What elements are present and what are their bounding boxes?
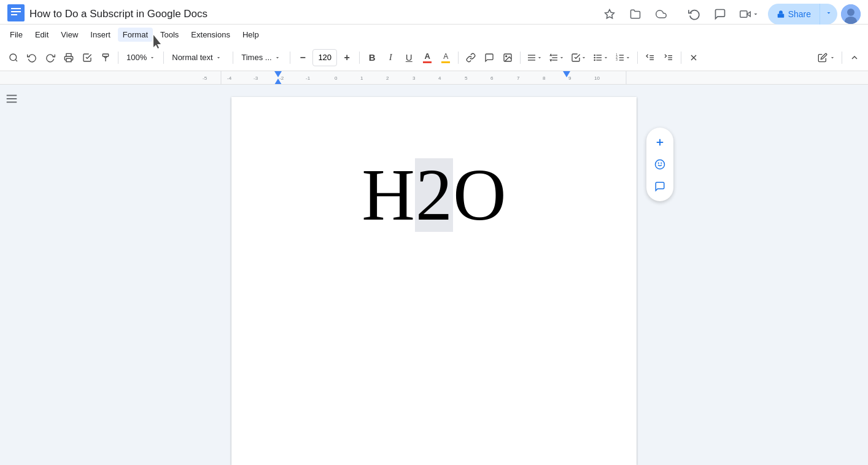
text-style-select[interactable]: Normal text (168, 49, 229, 66)
spellcheck-button[interactable] (79, 49, 96, 66)
svg-point-26 (594, 59, 596, 61)
doc-title[interactable]: How to Do a Subscript in Google Docs (29, 8, 592, 20)
svg-rect-1 (11, 8, 21, 9)
separator-8 (637, 52, 638, 64)
separator-7 (520, 52, 521, 64)
paint-format-button[interactable] (97, 49, 114, 66)
menu-file[interactable]: File (5, 28, 28, 42)
clear-formatting-button[interactable] (685, 49, 702, 66)
svg-rect-2 (11, 11, 21, 12)
indent-more-button[interactable] (660, 49, 677, 66)
svg-rect-0 (7, 4, 25, 21)
text-color-button[interactable]: A (419, 49, 436, 66)
comment-side-button[interactable] (650, 177, 670, 196)
svg-text:5: 5 (465, 75, 468, 81)
menu-insert[interactable]: Insert (85, 28, 115, 42)
comment-button[interactable] (481, 49, 498, 66)
separator-2 (163, 52, 164, 64)
svg-text:3: 3 (413, 75, 416, 81)
menu-format[interactable]: Format (118, 28, 153, 42)
separator-5 (359, 52, 360, 64)
menu-view[interactable]: View (56, 28, 83, 42)
menu-tools[interactable]: Tools (155, 28, 184, 42)
document-area[interactable]: H 2 O (0, 85, 868, 465)
separator-3 (233, 52, 233, 64)
link-button[interactable] (462, 49, 479, 66)
h2o-text-container: H 2 O (268, 158, 600, 232)
svg-rect-7 (777, 13, 784, 17)
bold-button[interactable]: B (363, 49, 381, 66)
main-area: H 2 O (0, 85, 868, 465)
image-button[interactable] (499, 49, 516, 66)
svg-text:-2: -2 (279, 75, 284, 81)
highlight-button[interactable]: A (437, 49, 454, 66)
undo-button[interactable] (23, 49, 41, 66)
svg-text:3: 3 (616, 58, 618, 61)
menu-extensions[interactable]: Extensions (186, 28, 235, 42)
document-page: H 2 O (231, 97, 637, 465)
svg-text:6: 6 (490, 75, 494, 81)
checklist-button[interactable] (568, 49, 589, 66)
share-button[interactable]: Share (768, 4, 820, 25)
font-size-increase-button[interactable]: + (338, 49, 355, 66)
svg-line-12 (15, 60, 17, 61)
menu-edit[interactable]: Edit (30, 28, 53, 42)
menu-help[interactable]: Help (238, 28, 264, 42)
separator-1 (118, 52, 118, 64)
svg-text:4: 4 (438, 75, 441, 81)
folder-icon[interactable] (624, 3, 646, 25)
indent-less-button[interactable] (641, 49, 659, 66)
print-button[interactable] (60, 49, 77, 66)
svg-text:7: 7 (517, 75, 520, 81)
zoom-select[interactable]: 100% (122, 49, 160, 66)
share-dropdown-button[interactable] (820, 4, 837, 25)
font-size-input[interactable]: 120 (312, 49, 337, 66)
svg-text:10: 10 (594, 75, 600, 81)
app-icon[interactable] (7, 4, 25, 24)
svg-text:0: 0 (335, 75, 338, 81)
svg-text:-1: -1 (306, 75, 311, 81)
edit-mode-button[interactable] (815, 49, 838, 66)
svg-point-9 (847, 9, 854, 16)
line-spacing-button[interactable] (546, 49, 567, 66)
title-icons (599, 3, 672, 25)
separator-4 (290, 52, 290, 64)
video-icon[interactable] (735, 3, 764, 25)
chat-icon[interactable] (709, 3, 731, 25)
svg-point-15 (506, 55, 507, 56)
add-content-button[interactable] (650, 133, 670, 152)
star-icon[interactable] (599, 3, 621, 25)
font-select[interactable]: Times ... (237, 49, 286, 66)
svg-rect-3 (11, 14, 17, 15)
font-size-decrease-button[interactable]: − (294, 49, 311, 66)
italic-button[interactable]: I (382, 49, 399, 66)
ruler: -5 -4 -3 -2 -1 0 1 2 3 4 5 6 7 8 9 10 (0, 71, 868, 85)
svg-point-24 (594, 56, 596, 58)
font-label: Times ... (241, 53, 271, 62)
svg-point-22 (594, 54, 596, 56)
avatar[interactable] (841, 4, 861, 24)
expand-button[interactable] (846, 49, 863, 66)
svg-text:-5: -5 (203, 75, 207, 81)
numbered-list-button[interactable]: 123 (613, 49, 634, 66)
emoji-button[interactable] (650, 155, 670, 174)
align-button[interactable] (524, 49, 545, 66)
bullets-button[interactable] (591, 49, 611, 66)
separator-10 (842, 52, 842, 64)
svg-text:1: 1 (360, 75, 363, 81)
sidebar-toggle[interactable] (5, 92, 18, 108)
svg-text:-4: -4 (227, 75, 232, 81)
underline-button[interactable]: U (400, 49, 417, 66)
text-style-label: Normal text (172, 53, 212, 62)
redo-button[interactable] (42, 49, 59, 66)
search-button[interactable] (5, 49, 22, 66)
svg-point-11 (10, 54, 17, 61)
svg-rect-42 (0, 71, 868, 85)
separator-6 (458, 52, 459, 64)
svg-text:2: 2 (386, 75, 389, 81)
history-icon[interactable] (683, 3, 705, 25)
side-actions-panel (646, 128, 673, 201)
cloud-icon[interactable] (650, 3, 672, 25)
o-letter: O (453, 158, 506, 232)
title-bar: How to Do a Subscript in Google Docs Sh (0, 0, 868, 25)
